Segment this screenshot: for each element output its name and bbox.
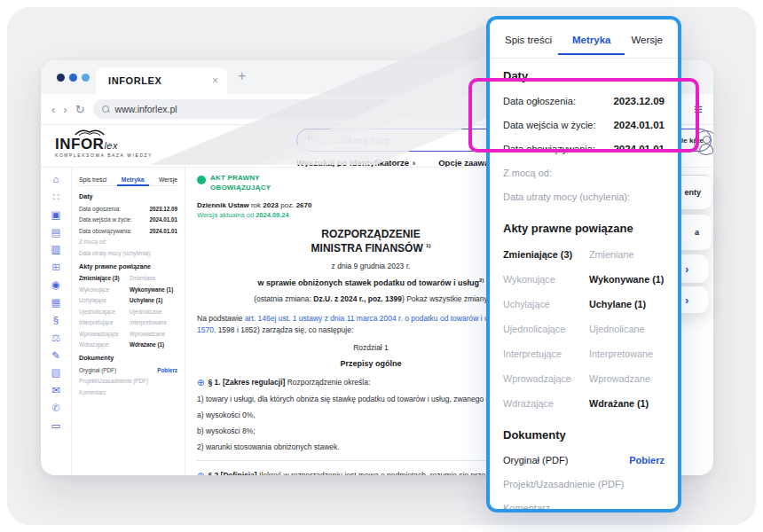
date-row: Data wejścia w życie:2024.01.01 [503,120,665,130]
section-daty: Daty [503,69,665,82]
video-icon[interactable]: ◉ [51,278,60,293]
justice-icon[interactable]: ⚖ [51,331,60,346]
search-icon [102,106,110,113]
related-row: InterpretująceInterpretowane [79,319,177,325]
related-row: WdrażająceWdrażane (1) [79,341,177,348]
section-akty-powiazane: Akty prawne powiązane [79,262,177,270]
tab-close-icon[interactable]: × [212,75,218,86]
document-row: Oryginał (PDF)Pobierz [503,455,665,466]
phone-icon[interactable]: ✆ [51,401,60,416]
address-bar[interactable]: www.inforlex.pl [93,99,464,119]
status-dot-icon [197,176,206,184]
reload-icon[interactable]: ↻ [75,104,85,115]
forward-icon[interactable]: › [63,104,67,115]
document-row-muted: Komentarz [503,503,665,512]
related-row: UjednolicająceUjednolicane [503,324,665,334]
date-row-muted: Data utraty mocy (uchylenia): [503,192,665,202]
left-icon-rail: ⌂ ∷ ▣ ▤ ▥ ⊞ ◉ ▦ § ⚖ ✎ ▧ ✉ ✆ ▭ [41,168,72,475]
document-icon[interactable]: ▤ [51,225,61,240]
window-control-dot[interactable] [57,74,65,82]
date-row: Data wejścia w życie:2024.01.01 [79,216,177,223]
related-row: InterpretująceInterpretowane [503,348,665,359]
document-row-muted: Komentarz [79,389,177,395]
logo-suffix: lex [104,140,118,151]
date-row: Data ogłoszenia:2023.12.09 [503,96,665,106]
document-row-muted: Projekt/Uzasadnienie (PDF) [79,378,177,384]
download-link[interactable]: Pobierz [157,367,177,373]
panel-tabs: Spis treści Metryka Wersje [79,168,177,186]
date-row: Data ogłoszenia:2023.12.09 [79,206,177,212]
address-url: www.inforlex.pl [115,104,177,114]
date-row: Data obowiązywania:2024.01.01 [79,228,177,234]
legal-status-badge: AKT PRAWNYOBOWIĄZUJĄCY [197,174,271,193]
inforlex-logo[interactable]: INFORlex KOMPLEKSOWA BAZA WIEDZY [55,127,153,158]
download-link[interactable]: Pobierz [629,455,665,466]
tab-spis-tresci[interactable]: Spis treści [79,176,106,183]
related-row: WykonująceWykonywane (1) [503,274,665,285]
window-controls[interactable] [57,74,90,82]
statute-link[interactable]: 1570, [197,325,216,334]
chevron-right-icon: › [685,293,688,307]
browser-tab-title: INFORLEX [108,75,212,86]
news-icon[interactable]: ▣ [51,207,61,223]
browser-tab[interactable]: INFORLEX × [96,67,227,94]
section-daty: Daty [79,192,177,200]
date-row-muted: Z mocą od: [79,239,177,245]
book-icon[interactable]: ▥ [51,242,61,257]
new-tab-icon[interactable]: + [238,69,246,83]
tab-metryka[interactable]: Metryka [572,35,610,45]
date-row: Data obowiązywania:2024.01.01 [503,144,665,154]
back-icon[interactable]: ‹ [51,104,55,115]
show-all-changes-link[interactable]: Pokaż wszystkie zmiany [406,294,488,303]
menu-icon[interactable]: ≡ [694,102,703,117]
related-row: WdrażająceWdrażane (1) [503,398,665,409]
home-icon[interactable]: ⌂ [53,172,59,187]
edit-icon[interactable]: ✎ [51,348,60,364]
expand-section-icon[interactable]: ⊕ [197,471,204,475]
date-row-muted: Data utraty mocy (uchylenia): [79,250,177,256]
window-control-dot[interactable] [69,74,77,82]
gift-icon[interactable]: ⊞ [51,260,60,275]
user-account-icon[interactable] [694,130,713,155]
section-dokumenty: Dokumenty [79,354,177,362]
related-row: UchylająceUchylane (1) [79,297,177,303]
paragraph-icon[interactable]: § [53,313,59,328]
divider [197,460,534,461]
briefcase-icon[interactable]: ▧ [51,365,61,380]
apps-grid-icon[interactable]: ∷ [52,190,59,205]
related-row: WprowadzająceWprowadzane [503,373,665,384]
related-row: WprowadzająceWprowadzane [79,331,177,337]
date-row-muted: Z mocą od: [503,168,665,178]
document-row-muted: Projekt/Uzasadnienie (PDF) [503,479,665,489]
tab-spis-tresci[interactable]: Spis treści [505,35,552,45]
related-row: UjednolicająceUjednolicane [79,309,177,315]
expand-section-icon[interactable]: ⊕ [197,378,204,387]
contact-card-icon[interactable]: ▦ [51,295,61,310]
document-row: Oryginał (PDF)Pobierz [79,367,177,373]
monitor-icon[interactable]: ▭ [51,419,61,434]
related-row: WykonująceWykonywane (1) [79,286,177,293]
screenshot-stage: INFORLEX × + ‹ › ↻ www.inforlex.pl ≡ INF… [0,0,763,532]
logo-name: INFOR [55,136,104,153]
metryka-panel: Spis treści Metryka Wersje Daty Data ogł… [72,168,185,475]
chevron-right-icon: › [685,262,688,276]
related-row: UchylająceUchylane (1) [503,299,665,309]
overlay-tabs: Spis treści Metryka Wersje [503,20,665,45]
related-row: Zmieniające (3)Zmieniane [79,275,177,281]
window-control-dot[interactable] [82,74,90,82]
divider [490,58,678,59]
tab-wersje[interactable]: Wersje [159,176,177,183]
logo-tagline: KOMPLEKSOWA BAZA WIEDZY [55,153,153,158]
mail-icon[interactable]: ✉ [51,383,60,398]
related-row: Zmieniające (3)Zmieniane [503,249,665,260]
tab-wersje[interactable]: Wersje [631,35,663,45]
metryka-zoom-overlay: Spis treści Metryka Wersje Daty Data ogł… [486,16,681,512]
tab-metryka[interactable]: Metryka [122,176,145,183]
section-dokumenty: Dokumenty [503,428,665,442]
section-akty-powiazane: Akty prawne powiązane [503,222,665,235]
